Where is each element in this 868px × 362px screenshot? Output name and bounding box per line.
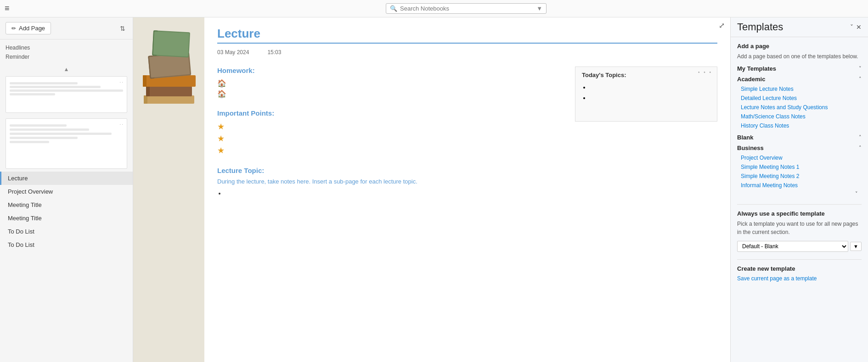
list-item-project-overview[interactable]: Project Overview [0,185,133,198]
book-stack-image [139,22,199,114]
page-thumbnail-1[interactable]: .. [0,73,133,116]
home-icon-1: 🏠 [217,79,566,88]
right-panel-header: Templates ˅ ✕ [731,17,868,37]
svg-rect-0 [144,95,194,104]
homework-label: Homework: [217,67,566,74]
blank-label: Blank [737,134,753,141]
template-history-class-notes[interactable]: History Class Notes [737,121,862,130]
sidebar-pages: ▲ .. .. [0,65,133,362]
homework-section: Homework: 🏠 🏠 [217,67,566,98]
lecture-topic-label: Lecture Topic: [217,167,566,174]
scroll-up-arrow[interactable]: ▲ [0,65,133,73]
my-templates-section: My Templates ˅ [737,65,862,72]
note-time: 15:03 [267,49,281,56]
create-template-section: Create new template Save current page as… [737,259,862,282]
business-label: Business [737,145,764,151]
headlines-label[interactable]: Headlines [6,43,127,52]
home-icon-2: 🏠 [217,89,566,98]
sort-button[interactable]: ⇅ [118,23,127,34]
always-section: Always use a specific template Pick a te… [737,204,862,252]
add-page-description: Add a page based on one of the templates… [737,52,862,61]
my-templates-label: My Templates [737,65,776,72]
search-bar[interactable]: 🔍 ▼ [386,3,547,14]
templates-title: Templates [737,21,783,33]
todays-topics-box: • • • Today's Topics: [575,67,717,122]
left-sidebar: ✏ Add Page ⇅ Headlines Reminder ▲ .. [0,17,133,362]
right-panel-body: Add a page Add a page based on one of th… [731,37,868,362]
search-input[interactable] [400,5,535,12]
template-select-dropdown[interactable]: ▼ [850,242,862,251]
panel-close-button[interactable]: ✕ [856,23,862,31]
stars-container: ★ ★ ★ [217,122,566,156]
thumbnail-dots-2: .. [119,121,124,126]
add-page-label: Add Page [19,25,45,32]
note-date: 03 May 2024 [217,49,249,56]
section-labels: Headlines Reminder [0,39,133,65]
svg-rect-1 [144,95,147,104]
always-description: Pick a template you want to use for all … [737,220,862,236]
blank-category: Blank ˄ [737,134,862,141]
academic-category: Academic ˄ Simple Lecture Notes Detailed… [737,76,862,130]
template-simple-meeting-1[interactable]: Simple Meeting Notes 1 [737,162,862,172]
star-2: ★ [217,134,566,144]
svg-rect-2 [146,86,192,96]
hamburger-icon: ≡ [5,4,10,13]
template-project-overview[interactable]: Project Overview [737,153,862,162]
my-templates-toggle[interactable]: ˅ [859,66,862,72]
svg-rect-11 [153,31,189,56]
save-template-link[interactable]: Save current page as a template [737,275,817,282]
add-page-header: Add a page [737,43,862,50]
note-meta: 03 May 2024 15:03 [217,49,717,56]
list-item-todo-1[interactable]: To Do List [0,225,133,238]
page-list: Lecture Project Overview Meeting Title M… [0,172,133,251]
create-title: Create new template [737,265,862,272]
blank-toggle[interactable]: ˄ [859,134,862,140]
topic-bullet-1 [590,84,710,91]
important-points-label: Important Points: [217,109,566,117]
panel-collapse-button[interactable]: ˅ [850,23,853,31]
business-category: Business ˄ Project Overview Simple Meeti… [737,145,862,197]
topic-bullet-2 [590,95,710,101]
svg-rect-5 [143,75,147,87]
add-page-section: Add a page Add a page based on one of th… [737,43,862,61]
academic-toggle[interactable]: ˄ [859,76,862,82]
template-detailed-lecture-notes[interactable]: Detailed Lecture Notes [737,94,862,103]
search-icon: 🔍 [390,5,397,12]
business-more-toggle[interactable]: ˅ [855,191,858,197]
template-lecture-notes-study-questions[interactable]: Lecture Notes and Study Questions [737,103,862,112]
star-1: ★ [217,122,566,132]
svg-rect-3 [146,86,150,96]
lecture-topic-section: Lecture Topic: During the lecture, take … [217,167,566,197]
star-3: ★ [217,145,566,156]
template-informal-meeting[interactable]: Informal Meeting Notes [737,181,862,190]
template-simple-meeting-2[interactable]: Simple Meeting Notes 2 [737,172,862,181]
hamburger-button[interactable]: ≡ [0,1,14,16]
template-simple-lecture-notes[interactable]: Simple Lecture Notes [737,84,862,94]
list-item-meeting-title-2[interactable]: Meeting Title [0,212,133,225]
dropdown-arrow-icon: ▼ [536,5,542,12]
list-item-meeting-title-1[interactable]: Meeting Title [0,198,133,212]
note-content: Lecture 03 May 2024 15:03 Homework: [204,17,730,362]
expand-button[interactable]: ⤢ [719,21,725,30]
always-title: Always use a specific template [737,210,862,217]
lecture-body: During the lecture, take notes here. Ins… [217,177,566,186]
page-thumbnail-2[interactable]: .. [0,116,133,172]
add-page-button[interactable]: ✏ Add Page [6,22,51,34]
list-item-lecture[interactable]: Lecture [0,172,133,185]
business-toggle[interactable]: ˄ [859,145,862,151]
academic-label: Academic [737,76,765,83]
note-area: Lecture 03 May 2024 15:03 Homework: [133,17,730,362]
note-image-panel [133,17,204,362]
template-select[interactable]: Default - Blank [737,241,848,252]
reminder-label[interactable]: Reminder [6,52,127,61]
template-math-science-notes[interactable]: Math/Science Class Notes [737,112,862,121]
todays-topics-label: Today's Topics: [582,72,710,78]
right-panel: Templates ˅ ✕ Add a page Add a page base… [730,17,868,362]
note-title: Lecture [217,27,717,44]
edit-icon: ✏ [11,25,16,32]
sort-icon: ⇅ [120,25,125,32]
important-points-section: Important Points: ★ ★ ★ [217,109,566,156]
list-item-todo-2[interactable]: To Do List [0,238,133,251]
main-content: ⤢ [133,17,730,362]
topics-dots: • • • [698,70,712,75]
